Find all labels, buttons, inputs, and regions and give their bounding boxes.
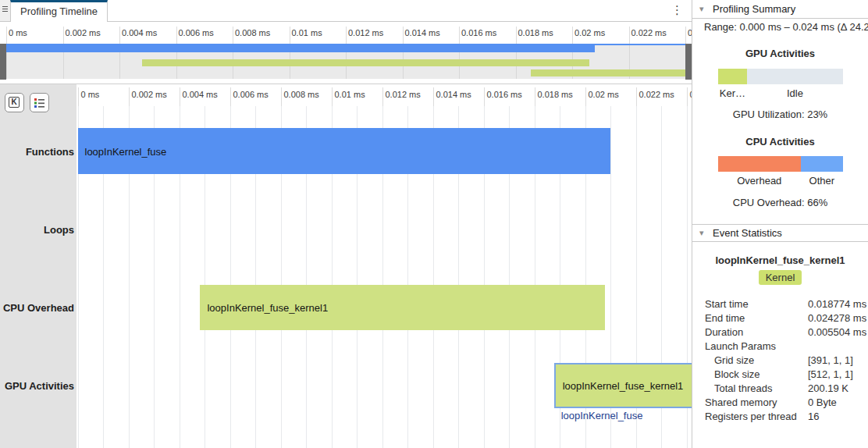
overview-tick-label: 0 ms bbox=[9, 28, 27, 37]
kernel-icon: K bbox=[9, 97, 20, 108]
stat-row: Total threads200.19 K bbox=[692, 382, 868, 396]
timeline-tick-label: 0.02 ms bbox=[589, 90, 619, 99]
stat-value: 16 bbox=[808, 411, 819, 422]
timeline-tick-mark bbox=[180, 87, 180, 106]
timeline-tick-mark bbox=[281, 87, 282, 106]
event-statistics-table: Start time0.018774 msEnd time0.024278 ms… bbox=[692, 298, 868, 425]
overview-tick-mark bbox=[119, 27, 120, 44]
timeline-bar[interactable]: loopInKernel_fuse_kernel1 bbox=[200, 285, 605, 330]
overview-tick-label: 0.006 ms bbox=[179, 28, 214, 37]
kernel-badge: Kernel bbox=[759, 270, 802, 285]
activity-segment bbox=[718, 156, 801, 172]
collapse-triangle-icon: ▾ bbox=[699, 0, 704, 18]
stat-row: Block size[512, 1, 1] bbox=[692, 368, 868, 382]
stat-value: 0.024278 ms bbox=[808, 312, 866, 324]
stat-label: Start time bbox=[705, 298, 749, 310]
activity-segment-label: Other bbox=[801, 175, 843, 187]
overview-strip[interactable] bbox=[0, 44, 692, 79]
overview-tick-mark bbox=[516, 27, 517, 44]
stat-value: 0.018774 ms bbox=[808, 298, 866, 310]
timeline-tick-label: 0.012 ms bbox=[386, 90, 421, 99]
overview-activity-bar[interactable] bbox=[142, 59, 589, 66]
timeline-bar[interactable]: loopInKernel_fuse_kernel1 bbox=[554, 363, 692, 408]
stat-value: 0 Byte bbox=[808, 396, 837, 408]
tab-profiling-timeline[interactable]: Profiling Timeline bbox=[10, 0, 108, 22]
row-label-functions: Functions bbox=[0, 146, 74, 158]
cpu-activities-bar bbox=[718, 156, 843, 172]
overview-tick-mark bbox=[290, 27, 290, 44]
stat-row: Duration0.005504 ms bbox=[692, 326, 868, 340]
panel-strip bbox=[0, 0, 11, 21]
overview-ruler[interactable]: 0 ms0.002 ms0.004 ms0.006 ms0.008 ms0.01… bbox=[0, 22, 692, 44]
timeline-bar-label: loopInKernel_fuse_kernel1 bbox=[207, 302, 328, 314]
timeline-tick-label: 0.014 ms bbox=[436, 90, 471, 99]
timeline-tick-label: 0.016 ms bbox=[487, 90, 522, 99]
stat-row: Launch Params bbox=[692, 340, 868, 354]
profiling-summary-title: Profiling Summary bbox=[713, 3, 795, 15]
kernel-filter-button[interactable]: K bbox=[5, 93, 24, 112]
overview-tick-mark bbox=[685, 27, 686, 44]
row-label-gpu-activities: GPU Activities bbox=[0, 380, 74, 392]
activity-segment-label: Idle bbox=[747, 87, 843, 99]
stat-row: End time0.024278 ms bbox=[692, 312, 868, 326]
timeline-tick-mark bbox=[382, 87, 383, 106]
timeline-bar[interactable]: loopInKernel_fuse bbox=[78, 128, 611, 174]
overview-timeline: 0 ms0.002 ms0.004 ms0.006 ms0.008 ms0.01… bbox=[0, 22, 692, 84]
overview-tick-label: 0.008 ms bbox=[235, 28, 270, 37]
timeline-tick-mark bbox=[129, 87, 130, 106]
timeline-tick-label: 0.006 ms bbox=[233, 90, 269, 99]
stat-row: Grid size[391, 1, 1] bbox=[692, 354, 868, 368]
timeline-tick-label: 0.018 ms bbox=[538, 90, 573, 99]
stat-label: Grid size bbox=[714, 354, 754, 366]
activity-segment bbox=[718, 69, 747, 84]
overview-tick-mark bbox=[459, 27, 460, 44]
overview-tick-label: 0.002 ms bbox=[66, 28, 101, 37]
cpu-activities-heading: CPU Activities bbox=[692, 136, 868, 148]
timeline-tick-mark bbox=[535, 87, 535, 106]
timeline-tick-mark bbox=[687, 87, 688, 106]
summary-panel: ▾ Profiling Summary Range: 0.000 ms – 0.… bbox=[692, 0, 868, 448]
overflow-menu-icon[interactable]: ⋮ bbox=[671, 3, 681, 17]
bar-parent-function-label: loopInKernel_fuse bbox=[561, 410, 643, 421]
timeline-tick-label: 0.008 ms bbox=[284, 90, 319, 99]
activity-segment bbox=[801, 156, 843, 172]
timeline-tick-mark bbox=[78, 87, 79, 106]
overview-tick-label: 0.02 ms bbox=[575, 28, 605, 37]
panel-menu-icon[interactable] bbox=[2, 6, 8, 13]
gpu-activities-legend: Ker…Idle bbox=[718, 87, 843, 99]
stat-label: Launch Params bbox=[705, 340, 776, 352]
overview-tick-mark bbox=[63, 27, 64, 44]
overview-activity-bar[interactable] bbox=[531, 69, 685, 76]
timeline-bar-label: loopInKernel_fuse bbox=[85, 145, 167, 157]
colored-list-icon bbox=[34, 97, 45, 108]
stat-label: Duration bbox=[705, 326, 743, 338]
stat-row: Shared memory0 Byte bbox=[692, 396, 868, 411]
overview-activity-bar[interactable] bbox=[6, 45, 595, 52]
collapse-triangle-icon: ▾ bbox=[699, 224, 704, 241]
cpu-activities-legend: OverheadOther bbox=[718, 175, 843, 187]
event-statistics-title: Event Statistics bbox=[713, 227, 782, 239]
timeline-tick-label: 0.01 ms bbox=[335, 90, 365, 99]
overview-tick-mark bbox=[629, 27, 630, 44]
timeline-chart[interactable]: 0 ms0.002 ms0.004 ms0.006 ms0.008 ms0.01… bbox=[76, 84, 692, 448]
legend-button[interactable] bbox=[30, 93, 49, 112]
gpu-utilization-text: GPU Utilization: 23% bbox=[692, 108, 868, 120]
range-handle-left[interactable] bbox=[0, 44, 6, 80]
stat-label: End time bbox=[705, 312, 745, 324]
activity-segment-label: Ker… bbox=[718, 87, 747, 99]
timeline-tick-label: 0.002 ms bbox=[132, 90, 167, 99]
overview-tick-mark bbox=[346, 27, 347, 44]
timeline-tick-mark bbox=[585, 87, 586, 106]
range-handle-right[interactable] bbox=[685, 44, 692, 80]
kernel-badge-wrap: Kernel bbox=[692, 270, 868, 285]
overview-tick-label: 0.012 ms bbox=[348, 28, 383, 37]
event-statistics-header[interactable]: ▾ Event Statistics bbox=[692, 224, 868, 242]
stat-label: Block size bbox=[714, 368, 760, 380]
overview-tick-mark bbox=[572, 27, 573, 44]
tab-label: Profiling Timeline bbox=[20, 5, 98, 17]
timeline-tick-mark bbox=[433, 87, 434, 106]
activity-segment bbox=[747, 69, 843, 84]
activity-segment-label: Overhead bbox=[718, 175, 801, 187]
overview-tick-label: 0.004 ms bbox=[122, 28, 157, 37]
profiling-summary-header[interactable]: ▾ Profiling Summary bbox=[692, 0, 868, 19]
